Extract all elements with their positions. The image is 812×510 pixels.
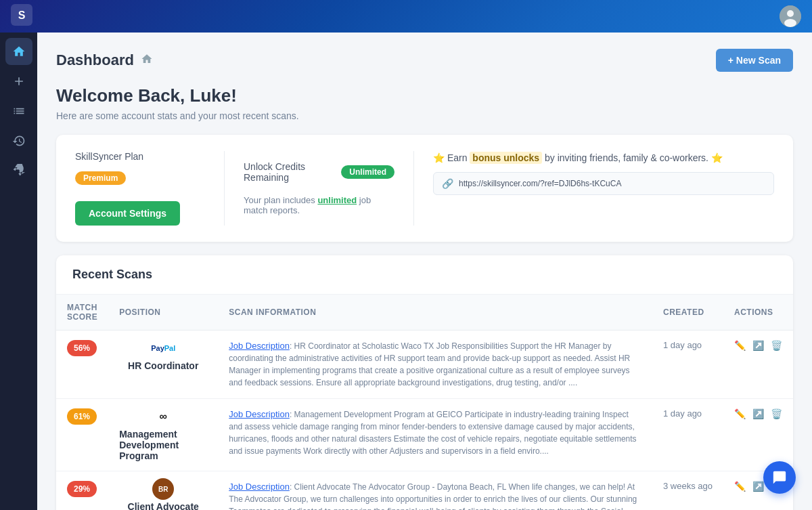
match-score-badge: 29% [67, 481, 97, 497]
position-name: HR Coordinator [128, 360, 198, 371]
chat-button[interactable] [763, 461, 796, 494]
credits-section: Unlock Credits Remaining Unlimited Your … [224, 151, 413, 226]
external-link-icon[interactable]: ↗️ [752, 481, 764, 492]
company-logo-infiniti: ∞ [160, 410, 167, 423]
sidebar-item-dashboard[interactable] [5, 98, 32, 125]
external-link-icon[interactable]: ↗️ [752, 408, 764, 419]
recent-scans-card: Recent Scans MatchScore Position Scan In… [56, 255, 793, 510]
svg-point-4 [784, 19, 796, 27]
sidebar [0, 33, 37, 510]
plan-section: SkillSyncer Plan Premium Account Setting… [75, 151, 224, 226]
stats-card: SkillSyncer Plan Premium Account Setting… [56, 135, 793, 242]
external-link-icon[interactable]: ↗️ [752, 340, 764, 351]
bonus-unlocks-highlight: bonus unlocks [470, 152, 542, 164]
credits-label: Unlock Credits Remaining [244, 161, 333, 183]
col-created: Created [652, 295, 723, 331]
sidebar-item-history[interactable] [5, 127, 32, 154]
page-title: Dashboard [56, 51, 134, 69]
position-name: Client Advocate [128, 501, 199, 510]
position-cell: PayPal HR Coordinator [108, 331, 218, 399]
col-scan-info: Scan Information [218, 295, 652, 331]
job-description-link[interactable]: Job Description [229, 482, 290, 492]
table-row: 56% PayPal HR Coordinator Job Descriptio… [56, 331, 793, 399]
table-row: 61% ∞ Management Development Program Job… [56, 399, 793, 471]
company-logo: BR [150, 481, 177, 497]
svg-text:S: S [18, 9, 26, 21]
new-scan-button[interactable]: + New Scan [716, 49, 793, 72]
score-cell: 61% [56, 399, 108, 471]
plan-label: SkillSyncer Plan [75, 151, 143, 162]
referral-section: ⭐ Earn bonus unlocks by inviting friends… [413, 151, 774, 226]
time-ago: 1 day ago [663, 340, 702, 350]
sidebar-item-home[interactable] [5, 38, 32, 65]
sidebar-item-add[interactable] [5, 68, 32, 95]
col-actions: Actions [723, 295, 793, 331]
created-cell: 3 weeks ago [652, 471, 723, 511]
user-avatar[interactable] [780, 5, 801, 27]
col-position: Position [108, 295, 218, 331]
edit-icon[interactable]: ✏️ [734, 481, 746, 492]
position-cell: BR Client Advocate [108, 471, 218, 511]
link-icon: 🔗 [442, 178, 453, 189]
svg-point-3 [787, 10, 794, 17]
actions-cell: ✏️ ↗️ 🗑️ [723, 399, 793, 471]
delete-icon[interactable]: 🗑️ [771, 340, 782, 351]
star-icon-left: ⭐ [433, 152, 445, 163]
main-content: Dashboard + New Scan Welcome Back, Luke!… [37, 33, 812, 510]
job-description-link[interactable]: Job Description [229, 341, 290, 351]
plan-badge: Premium [75, 171, 126, 185]
credits-info: Your plan includes unlimited job match r… [244, 195, 394, 215]
referral-title: ⭐ Earn bonus unlocks by inviting friends… [433, 151, 774, 165]
position-name: Management Development Program [119, 429, 207, 461]
scan-info-cell: Job Description: HR Coordinator at Schol… [218, 331, 652, 399]
job-description-link[interactable]: Job Description [229, 409, 290, 419]
time-ago: 3 weeks ago [663, 481, 713, 491]
company-logo-paypal: PayPal [151, 344, 175, 352]
scans-title: Recent Scans [72, 268, 152, 281]
created-cell: 1 day ago [652, 399, 723, 471]
score-cell: 56% [56, 331, 108, 399]
edit-icon[interactable]: ✏️ [734, 340, 746, 351]
welcome-subtitle: Here are some account stats and your mos… [56, 110, 793, 121]
welcome-section: Welcome Back, Luke! Here are some accoun… [56, 85, 793, 121]
match-score-badge: 56% [67, 340, 97, 356]
top-navigation: S [0, 0, 812, 33]
scan-info-cell: Job Description: Management Development … [218, 399, 652, 471]
welcome-title: Welcome Back, Luke! [56, 85, 793, 106]
delete-icon[interactable]: 🗑️ [771, 408, 782, 419]
match-score-badge: 61% [67, 408, 97, 425]
star-icon-right: ⭐ [711, 152, 723, 163]
edit-icon[interactable]: ✏️ [734, 408, 746, 419]
company-logo-brown: BR [152, 478, 174, 500]
col-score: MatchScore [56, 295, 108, 331]
created-cell: 1 day ago [652, 331, 723, 399]
table-row: 29% BR Client Advocate Job Description: … [56, 471, 793, 511]
scans-header: Recent Scans [56, 255, 793, 295]
sidebar-item-launch[interactable] [5, 157, 32, 184]
company-logo: PayPal [150, 340, 177, 356]
scan-info-text: : Client Advocate The Advocator Group - … [229, 482, 637, 510]
scan-info-cell: Job Description: Client Advocate The Adv… [218, 471, 652, 511]
referral-url[interactable]: https://skillsyncer.com/?ref=DJlD6hs-tKC… [459, 179, 765, 188]
company-logo: ∞ [150, 408, 177, 425]
score-cell: 29% [56, 471, 108, 511]
actions-cell: ✏️ ↗️ 🗑️ [723, 331, 793, 399]
scan-info-text: : HR Coordinator at Scholastic Waco TX J… [229, 341, 630, 387]
account-settings-button[interactable]: Account Settings [75, 201, 180, 226]
home-breadcrumb-icon[interactable] [141, 53, 153, 68]
page-header: Dashboard + New Scan [56, 49, 793, 72]
app-logo: S [11, 4, 32, 28]
scan-info-text: : Management Development Program at GEIC… [229, 410, 636, 456]
scans-table: MatchScore Position Scan Information Cre… [56, 295, 793, 510]
credits-badge: Unlimited [341, 165, 394, 179]
time-ago: 1 day ago [663, 408, 702, 419]
referral-link-box: 🔗 https://skillsyncer.com/?ref=DJlD6hs-t… [433, 172, 774, 195]
position-cell: ∞ Management Development Program [108, 399, 218, 471]
